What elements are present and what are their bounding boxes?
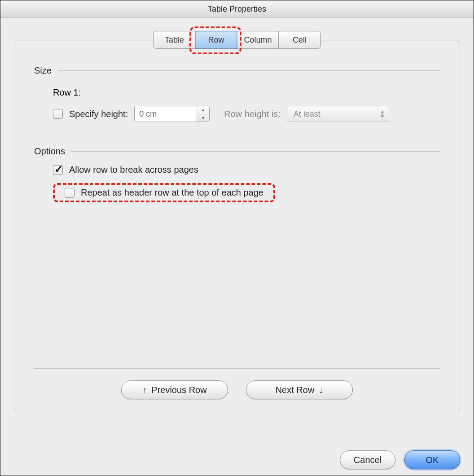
- ok-button[interactable]: OK: [404, 450, 460, 469]
- section-options-title: Options: [34, 146, 65, 157]
- row-height-mode-select[interactable]: At least ▲▼: [287, 106, 389, 122]
- height-stepper-value[interactable]: 0 cm: [135, 106, 197, 122]
- window-title: Table Properties: [0, 0, 474, 17]
- previous-row-label: Previous Row: [151, 385, 206, 395]
- next-row-button[interactable]: Next Row ↓: [246, 380, 353, 399]
- section-size-title: Size: [34, 66, 52, 76]
- specify-height-label: Specify height:: [69, 109, 128, 119]
- select-arrows-icon: ▲▼: [380, 109, 385, 118]
- cancel-button[interactable]: Cancel: [340, 450, 395, 469]
- arrow-down-icon: ↓: [319, 385, 323, 395]
- repeat-header-checkbox[interactable]: [65, 188, 75, 198]
- divider: [71, 151, 440, 152]
- divider: [58, 70, 440, 71]
- previous-row-button[interactable]: ↑ Previous Row: [121, 380, 228, 399]
- tab-panel-row: Size Row 1: Specify height: 0 cm ▲ ▼ Row…: [14, 40, 460, 412]
- row-height-mode-value: At least: [294, 109, 380, 119]
- tab-column[interactable]: Column: [237, 31, 279, 49]
- repeat-header-label: Repeat as header row at the top of each …: [81, 188, 263, 198]
- allow-break-checkbox[interactable]: [53, 165, 63, 175]
- height-stepper[interactable]: 0 cm ▲ ▼: [134, 106, 210, 122]
- allow-break-label: Allow row to break across pages: [69, 165, 198, 175]
- row-number-label: Row 1:: [53, 87, 440, 98]
- tab-row[interactable]: Row: [195, 31, 237, 49]
- tab-table[interactable]: Table: [154, 31, 196, 49]
- specify-height-checkbox[interactable]: [53, 109, 63, 119]
- row-height-is-label: Row height is:: [224, 109, 281, 119]
- tab-cell[interactable]: Cell: [279, 31, 321, 49]
- stepper-down-icon[interactable]: ▼: [197, 114, 209, 122]
- tab-bar: Table Row Column Cell: [154, 31, 321, 49]
- next-row-label: Next Row: [276, 385, 315, 395]
- highlight-repeat-header: Repeat as header row at the top of each …: [53, 183, 275, 202]
- stepper-up-icon[interactable]: ▲: [197, 106, 209, 114]
- arrow-up-icon: ↑: [142, 385, 147, 395]
